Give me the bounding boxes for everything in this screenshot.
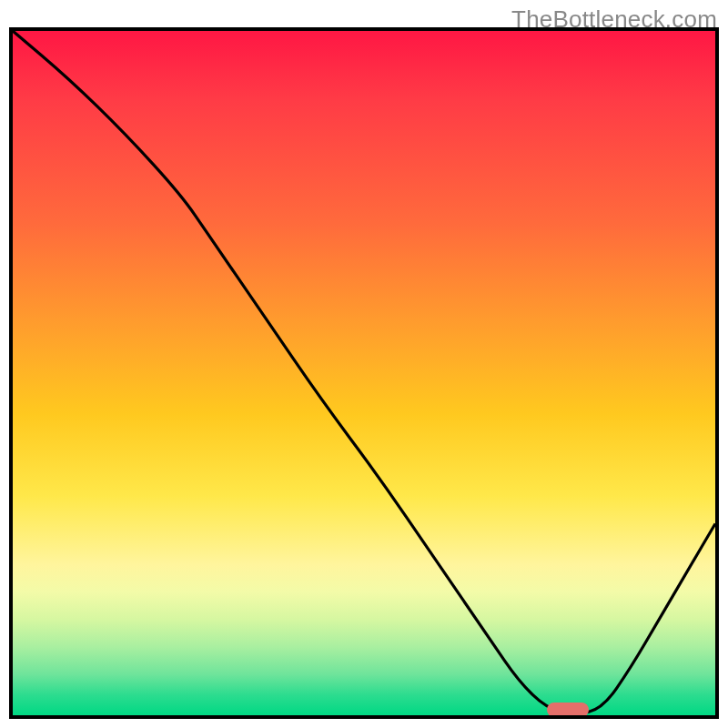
- axis-border-bottom: [9, 715, 719, 719]
- axis-border-left: [9, 27, 13, 719]
- watermark-text: TheBottleneck.com: [511, 5, 717, 34]
- chart-frame: TheBottleneck.com: [0, 0, 728, 728]
- bottleneck-curve: [13, 31, 715, 715]
- curve-path: [13, 31, 715, 713]
- axis-border-right: [715, 27, 719, 719]
